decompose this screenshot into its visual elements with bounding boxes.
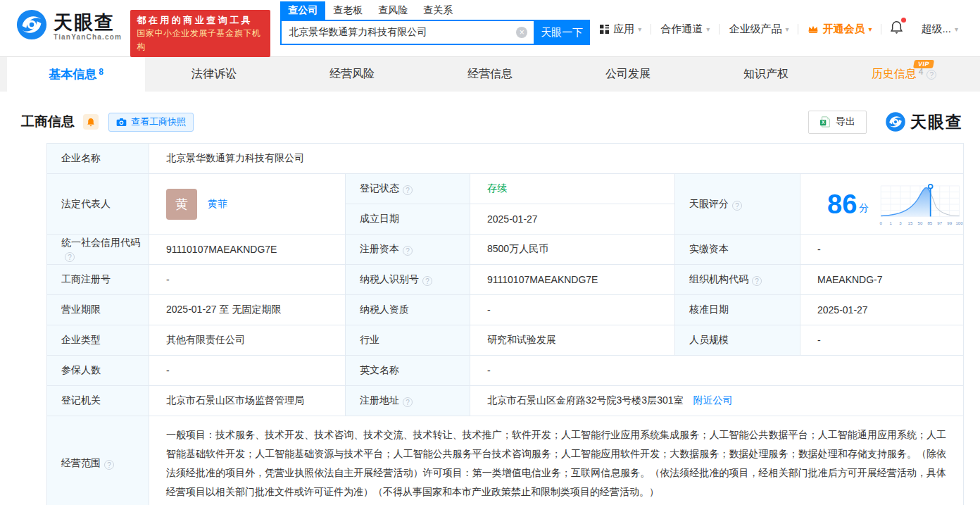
tianyancha-logo[interactable]: 天眼查 TianYanCha.com	[15, 8, 122, 44]
tianyancha-watermark: 天眼查	[885, 111, 963, 133]
score-cell: 86 分	[800, 174, 964, 235]
reg-status-value: 存续	[470, 174, 675, 204]
reg-status-label: 登记状态	[346, 174, 470, 204]
tab-company-development[interactable]: 公司发展	[559, 57, 697, 92]
chevron-down-icon: ▾	[955, 25, 958, 33]
brand-text: 天眼查 TianYanCha.com	[54, 12, 122, 41]
tab-basic-info[interactable]: 基本信息 8	[7, 57, 145, 92]
menu-super-label: 超级...	[921, 23, 951, 36]
subscribe-bell-button[interactable]	[83, 114, 99, 130]
legal-rep-avatar[interactable]: 黄	[166, 189, 197, 220]
reg-number-label: 工商注册号	[47, 265, 149, 295]
menu-super-vip[interactable]: 超级... ▾	[912, 23, 967, 36]
label-text: 注册资本	[360, 243, 399, 254]
paid-capital-value: -	[800, 235, 964, 265]
score-label: 天眼评分	[675, 174, 800, 235]
english-name-value: -	[470, 356, 964, 386]
tab-operating-risk[interactable]: 经营风险	[283, 57, 421, 92]
svg-text:97: 97	[938, 220, 943, 225]
business-info-table: 企业名称 北京景华数通算力科技有限公司 法定代表人 黄 黄菲 登记状态 存续 天…	[46, 143, 964, 505]
search-button[interactable]: 天眼一下	[534, 20, 590, 45]
menu-enterprise-label: 企业级产品	[729, 23, 781, 36]
promo-line1: 都在用的商业查询工具	[137, 13, 264, 27]
taxpayer-quality-label: 纳税人资质	[346, 295, 470, 325]
svg-text:100: 100	[956, 220, 963, 225]
score-value: 86	[827, 191, 857, 218]
table-row: 营业期限 2025-01-27 至 无固定期限 纳税人资质 - 核准日期 202…	[47, 295, 964, 325]
reg-capital-value: 8500万人民币	[470, 235, 675, 265]
help-icon[interactable]	[65, 252, 75, 262]
tab-label: 基本信息	[49, 66, 96, 82]
establish-date-label: 成立日期	[346, 204, 470, 235]
help-icon[interactable]	[752, 276, 762, 286]
notifications-bell[interactable]	[881, 20, 912, 37]
menu-vip-label: 开通会员	[822, 23, 865, 36]
search-block: 查公司 查老板 查风险 查关系 × 天眼一下	[280, 1, 590, 45]
reg-address-label: 注册地址	[346, 386, 470, 416]
search-tab-relation[interactable]: 查关系	[415, 1, 460, 20]
company-type-value: 其他有限责任公司	[149, 325, 346, 356]
export-button[interactable]: X 导出	[808, 111, 867, 134]
approval-date-value: 2025-01-27	[800, 295, 964, 325]
menu-open-vip[interactable]: 开通会员 ▾	[798, 23, 881, 36]
legal-rep-link[interactable]: 黄菲	[208, 198, 227, 211]
table-row: 统一社会信用代码 91110107MAEAKNDG7E 注册资本 8500万人民…	[47, 235, 964, 265]
help-icon[interactable]	[403, 185, 413, 195]
credit-code-label: 统一社会信用代码	[47, 235, 149, 265]
industry-value: 研究和试验发展	[470, 325, 675, 356]
search-tab-company[interactable]: 查公司	[280, 1, 325, 20]
chevron-down-icon: ▾	[868, 25, 872, 33]
table-row: 工商注册号 - 纳税人识别号 91110107MAEAKNDG7E 组织机构代码…	[47, 265, 964, 295]
crown-icon	[808, 24, 819, 34]
help-icon[interactable]	[403, 246, 413, 256]
menu-partner-channel[interactable]: 合作通道 ▾	[651, 23, 719, 36]
taxpayer-id-value: 91110107MAEAKNDG7E	[470, 265, 675, 295]
table-row: 企业类型 其他有限责任公司 行业 研究和试验发展 人员规模 -	[47, 325, 964, 356]
company-type-label: 企业类型	[47, 325, 149, 356]
promo-banner: 都在用的商业查询工具 国家中小企业发展子基金旗下机构	[130, 10, 270, 57]
help-icon[interactable]	[926, 70, 936, 80]
paid-capital-label: 实缴资本	[675, 235, 800, 265]
help-icon[interactable]	[732, 201, 742, 211]
export-button-label: 导出	[836, 116, 855, 128]
svg-text:99: 99	[948, 220, 953, 225]
menu-enterprise-products[interactable]: 企业级产品 ▾	[720, 23, 798, 36]
business-term-value: 2025-01-27 至 无固定期限	[149, 295, 346, 325]
insured-count-label: 参保人数	[47, 356, 149, 386]
tianyancha-swirl-icon	[885, 111, 906, 132]
label-text: 天眼评分	[689, 198, 729, 209]
tab-legal-lawsuits[interactable]: 法律诉讼	[145, 57, 283, 92]
company-name-label: 企业名称	[47, 144, 149, 174]
chevron-down-icon: ▾	[638, 25, 641, 33]
svg-text:X: X	[822, 120, 825, 125]
chevron-down-icon: ▾	[785, 25, 789, 33]
tab-label: 法律诉讼	[191, 67, 237, 82]
section-header: 工商信息 查看工商快照 X 导出 天眼查	[0, 110, 980, 134]
score-unit: 分	[859, 202, 869, 215]
help-icon[interactable]	[403, 397, 413, 407]
business-scope-label: 经营范围	[47, 416, 149, 505]
bell-icon	[87, 118, 95, 127]
reg-authority-label: 登记机关	[47, 386, 149, 416]
help-icon[interactable]	[422, 276, 432, 286]
bell-icon	[890, 20, 903, 35]
tab-history-info[interactable]: VIP 历史信息 4	[835, 57, 973, 92]
nearby-companies-link[interactable]: 附近公司	[693, 394, 732, 406]
tab-label: 知识产权	[743, 67, 789, 82]
tab-business-info[interactable]: 经营信息	[421, 57, 559, 92]
help-icon[interactable]	[104, 460, 114, 470]
tab-intellectual-property[interactable]: 知识产权	[697, 57, 835, 92]
search-tab-risk[interactable]: 查风险	[370, 1, 415, 20]
table-row: 企业名称 北京景华数通算力科技有限公司	[47, 144, 964, 174]
menu-apps[interactable]: 应用 ▾	[590, 23, 651, 36]
search-tab-boss[interactable]: 查老板	[325, 1, 370, 20]
apps-grid-icon	[599, 24, 610, 35]
search-input[interactable]	[280, 20, 534, 45]
reg-authority-value: 北京市石景山区市场监督管理局	[149, 386, 346, 416]
status-badge: 存续	[487, 182, 507, 194]
label-text: 注册地址	[360, 394, 399, 406]
table-row: 参保人数 - 英文名称 -	[47, 356, 964, 386]
view-snapshot-button[interactable]: 查看工商快照	[108, 113, 194, 132]
top-header: 天眼查 TianYanCha.com 都在用的商业查询工具 国家中小企业发展子基…	[0, 0, 980, 51]
table-row: 法定代表人 黄 黄菲 登记状态 存续 天眼评分 86 分	[47, 174, 964, 204]
